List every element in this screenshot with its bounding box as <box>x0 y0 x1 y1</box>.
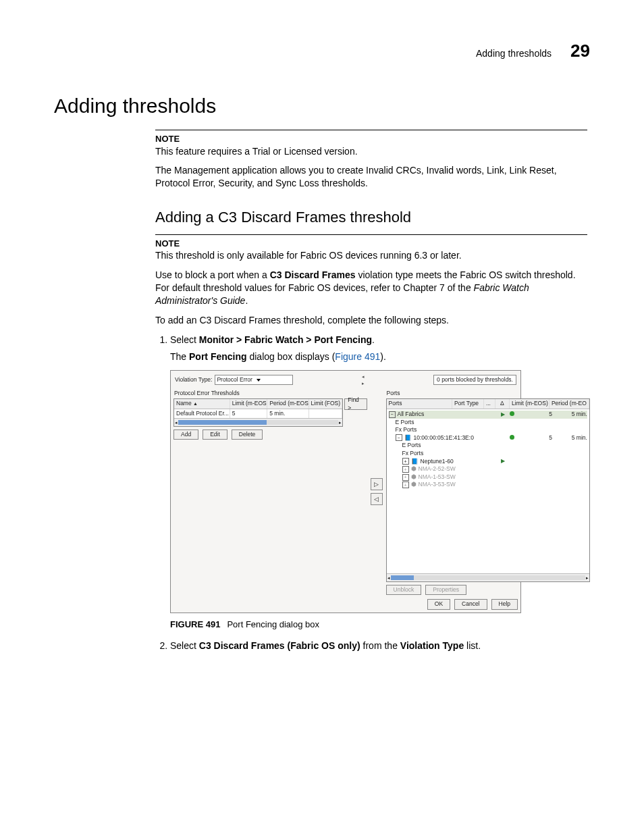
expand-icon[interactable]: + <box>402 474 409 481</box>
collapse-icon[interactable]: − <box>389 411 396 418</box>
table-row[interactable]: Default Protocol Er... 5 5 min. <box>174 409 342 418</box>
violation-type-combo[interactable]: Protocol Error <box>215 375 293 385</box>
edit-button[interactable]: Edit <box>203 429 227 440</box>
expand-icon[interactable]: + <box>402 458 409 465</box>
note-label: NOTE <box>155 133 587 145</box>
sort-asc-icon[interactable]: ▲ <box>193 401 198 406</box>
help-button[interactable]: Help <box>491 599 518 609</box>
delete-button[interactable]: Delete <box>232 429 263 440</box>
properties-button[interactable]: Properties <box>425 585 466 595</box>
paragraph: Use to block a port when a C3 Discard Fr… <box>155 269 587 307</box>
play-icon: ▶ <box>501 411 505 417</box>
figure-caption: FIGURE 491Port Fencing dialog box <box>170 619 587 631</box>
note-label: NOTE <box>155 238 587 250</box>
status-dot-icon <box>510 411 514 416</box>
subsection-title: Adding a C3 Discard Frames threshold <box>155 207 587 228</box>
scroll-left-icon[interactable]: ◂ <box>387 575 390 581</box>
ok-button[interactable]: OK <box>427 599 450 609</box>
assign-right-button[interactable]: ▷ <box>371 478 383 490</box>
chevron-down-icon <box>257 379 261 382</box>
left-pane-title: Protocol Error Thresholds <box>174 390 367 397</box>
ports-table-header: Ports Port Type ... Δ Limit (m-EOS) Peri… <box>387 399 589 409</box>
add-button[interactable]: Add <box>173 429 198 440</box>
cancel-button[interactable]: Cancel <box>454 599 487 609</box>
scroll-left-icon[interactable]: ◂ <box>175 419 178 425</box>
h-scrollbar[interactable]: ◂ ▸ <box>387 573 589 581</box>
blocked-status: 0 ports blocked by thresholds. <box>433 375 516 385</box>
running-head-page: 29 <box>570 41 590 61</box>
thresholds-table[interactable]: Name ▲ Limit (m-EOS) Period (m-EOS) Limi… <box>173 398 343 427</box>
find-button[interactable]: Find > <box>344 398 367 410</box>
scroll-right-icon[interactable]: ▸ <box>586 575 589 581</box>
collapse-icon[interactable]: − <box>396 434 402 441</box>
note-text: This threshold is only available for Fab… <box>155 249 587 262</box>
note-text: This feature requires a Trial or License… <box>155 145 587 158</box>
h-scrollbar[interactable]: ◂ ▸ <box>174 418 342 426</box>
figure-xref[interactable]: Figure 491 <box>335 351 380 362</box>
violation-type-label: Violation Type: <box>175 376 212 384</box>
port-fencing-dialog: Violation Type: Protocol Error ◂▸ 0 port… <box>170 370 521 613</box>
expand-icon[interactable]: + <box>402 481 409 488</box>
intro-paragraph: The Management application allows you to… <box>155 164 587 190</box>
step-1-body: The Port Fencing dialog box displays (Fi… <box>170 350 587 363</box>
running-head: Adding thresholds 29 <box>476 41 590 61</box>
paragraph: To add an C3 Discard Frames threshold, c… <box>155 314 587 327</box>
step-1: Select Monitor > Fabric Watch > Port Fen… <box>170 334 587 630</box>
rule <box>155 234 587 235</box>
rule <box>155 130 587 130</box>
play-icon: ▶ <box>501 458 505 464</box>
ports-tree[interactable]: −All Fabrics ▶ 5 5 min. E Ports <box>387 409 589 490</box>
thresholds-table-header: Name ▲ Limit (m-EOS) Period (m-EOS) Limi… <box>174 399 342 409</box>
assign-left-button[interactable]: ◁ <box>371 493 383 505</box>
page-title: Adding thresholds <box>54 95 590 118</box>
ports-table[interactable]: Ports Port Type ... Δ Limit (m-EOS) Peri… <box>386 398 590 582</box>
figure-491: Violation Type: Protocol Error ◂▸ 0 port… <box>170 370 587 631</box>
unblock-button[interactable]: Unblock <box>386 585 422 595</box>
step-2: Select C3 Discard Frames (Fabric OS only… <box>170 640 587 652</box>
right-pane-title: Ports <box>387 390 590 397</box>
status-dot-icon <box>510 435 514 440</box>
scroll-right-icon[interactable]: ▸ <box>339 419 342 425</box>
splitter-icon[interactable]: ◂▸ <box>362 373 365 387</box>
running-head-title: Adding thresholds <box>476 48 552 59</box>
steps-list: Select Monitor > Fabric Watch > Port Fen… <box>155 334 587 652</box>
expand-icon[interactable]: + <box>402 466 409 473</box>
